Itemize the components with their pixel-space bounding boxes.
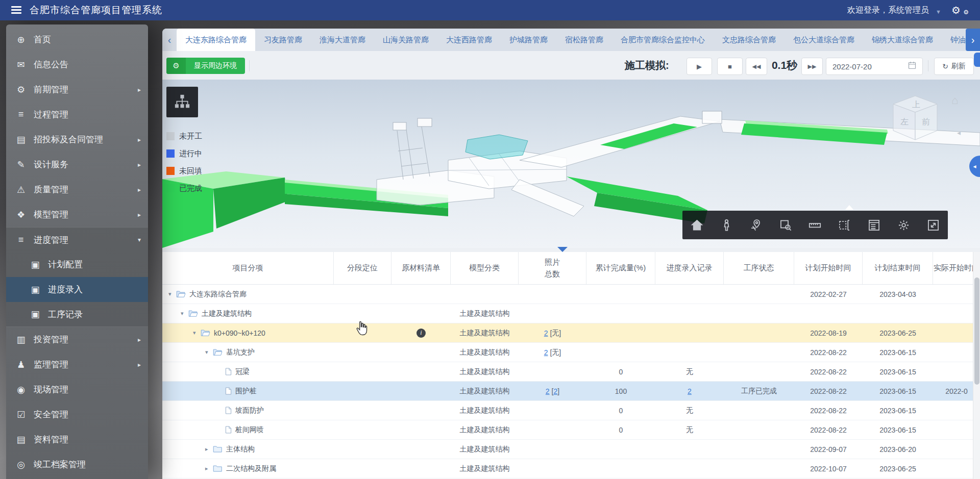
table-row--[interactable]: ▸主体结构土建及建筑结构2022-09-072023-06-20 xyxy=(162,440,980,459)
measure-ruler-icon[interactable] xyxy=(806,216,824,234)
sidebar-item--[interactable]: ✉信息公告 xyxy=(6,52,148,77)
tree-collapse-icon[interactable]: ▾ xyxy=(181,310,188,317)
sidebar-item--[interactable]: ◉现场管理 xyxy=(6,377,148,402)
tab--[interactable]: 包公大道综合管廊 xyxy=(785,29,863,51)
sidebar-item-label: 计划配置 xyxy=(48,259,83,270)
sidebar-item--[interactable]: ⚙前期管理▸ xyxy=(6,77,148,102)
tab--[interactable]: 大连西路管廊 xyxy=(437,29,501,51)
table-row-k0-090-k0-120[interactable]: ▾k0+090~k0+120i土建及建筑结构2 [ 无 ]2022-08-192… xyxy=(162,323,980,343)
sidebar-item--[interactable]: ☑安全管理 xyxy=(6,402,148,427)
tab--[interactable]: 宿松路管廊 xyxy=(556,29,612,51)
sidebar-item--[interactable]: ◎竣工档案管理 xyxy=(6,452,148,477)
hamburger-menu-icon[interactable] xyxy=(11,6,21,14)
tab--[interactable]: 大连东路综合管廊 xyxy=(177,29,255,51)
table-row--[interactable]: 冠梁土建及建筑结构0无2022-08-222023-06-15 xyxy=(162,362,980,382)
tab-scroll-right-icon[interactable]: › xyxy=(966,29,980,51)
simulation-faster-button[interactable]: ▶▶ xyxy=(801,58,823,75)
right-edge-handle[interactable] xyxy=(974,53,980,67)
simulation-date-input[interactable]: 2022-07-20 xyxy=(826,58,923,75)
cell--: 冠梁 xyxy=(162,362,334,381)
item-name: 基坑支护 xyxy=(226,348,255,357)
sidebar-item--[interactable]: ❖模型管理▸ xyxy=(6,202,148,227)
sidebar-item--[interactable]: ▣计划配置 xyxy=(6,252,148,277)
folder-icon xyxy=(201,329,210,337)
folder-icon xyxy=(188,310,198,317)
person-icon[interactable] xyxy=(718,216,736,234)
photo-count-link[interactable]: 2 xyxy=(544,348,548,357)
tree-collapse-icon[interactable]: ▾ xyxy=(193,330,201,336)
simulation-stop-button[interactable]: ■ xyxy=(717,58,743,75)
table-row--[interactable]: 坡面防护土建及建筑结构0无2022-08-222023-06-15 xyxy=(162,401,980,420)
refresh-button[interactable]: ↻ 刷新 xyxy=(934,58,974,75)
list-panel-icon[interactable] xyxy=(865,216,883,234)
tree-collapse-icon[interactable]: ▾ xyxy=(205,349,213,356)
table-row--[interactable]: 围护桩土建及建筑结构2 [ 2 ]1002工序已完成2022-08-222023… xyxy=(162,382,980,401)
tab--[interactable]: 淮海大道管廊 xyxy=(311,29,374,51)
sidebar-item--[interactable]: ≡进度管理▾ xyxy=(6,227,148,252)
table-scrollbar-thumb[interactable] xyxy=(974,278,979,385)
navigation-cube[interactable]: 上 左 前 xyxy=(887,93,943,146)
sidebar-item--[interactable]: ▤资料管理 xyxy=(6,427,148,452)
tab-scroll-left-icon[interactable]: ‹ xyxy=(162,29,177,51)
simulation-slower-button[interactable]: ◀◀ xyxy=(746,58,767,75)
tree-collapse-icon[interactable]: ▾ xyxy=(168,291,176,297)
cube-rotate-left-icon[interactable]: ◂ xyxy=(957,129,961,137)
table-row--[interactable]: 桩间网喷土建及建筑结构0无2022-08-222023-06-15 xyxy=(162,420,980,440)
sidebar-item--[interactable]: ♟监理管理▸ xyxy=(6,352,148,377)
tree-expand-icon[interactable]: ▸ xyxy=(205,446,213,452)
settings-gears-icon[interactable]: ⚙⚙ xyxy=(951,4,967,17)
quality-flag-icon: ⚠ xyxy=(15,184,27,195)
sidebar-item--[interactable]: ✎设计服务▸ xyxy=(6,152,148,177)
environment-gear-icon: ⚙ xyxy=(166,58,186,74)
panel-splitter[interactable] xyxy=(162,248,980,252)
camera-home-icon[interactable]: ⌂ xyxy=(951,94,958,107)
simulation-play-button[interactable]: ▶ xyxy=(687,58,712,75)
info-icon[interactable]: i xyxy=(416,329,426,338)
tab--[interactable]: 山海关路管廊 xyxy=(374,29,437,51)
home-icon[interactable] xyxy=(689,216,706,234)
bim-3d-viewport[interactable]: 未开工进行中未回填已完成 上 左 前 ⌂ ◂ xyxy=(162,80,980,248)
viewport-toolbar-collapse-icon[interactable] xyxy=(845,205,853,210)
locate-pin-icon[interactable] xyxy=(747,216,765,234)
sidebar-item--[interactable]: ▣进度录入 xyxy=(6,277,148,302)
tab--[interactable]: 锦绣大道综合管廊 xyxy=(863,29,942,51)
user-dropdown-caret-icon[interactable]: ▼ xyxy=(936,9,941,15)
model-tree-button[interactable] xyxy=(166,87,198,117)
photo-count-link[interactable]: 2 xyxy=(546,387,550,395)
chevron-right-icon: ▸ xyxy=(138,161,141,168)
sidebar-item--[interactable]: ≡过程管理 xyxy=(6,102,148,127)
tab--[interactable]: 文忠路综合管廊 xyxy=(714,29,785,51)
cell-- xyxy=(724,459,794,478)
tab--[interactable]: 习友路管廊 xyxy=(255,29,311,51)
design-pen-icon: ✎ xyxy=(15,159,27,170)
splitter-handle-icon[interactable] xyxy=(557,247,568,252)
section-box-icon[interactable] xyxy=(836,216,853,234)
table-scrollbar[interactable] xyxy=(973,252,980,479)
show-environment-button[interactable]: ⚙ 显示周边环境 xyxy=(166,58,245,74)
table-row--[interactable]: ▾基坑支护土建及建筑结构2 [ 无 ]2022-08-222023-06-15 xyxy=(162,343,980,362)
fullscreen-icon[interactable] xyxy=(924,216,942,234)
chevron-right-icon: ▸ xyxy=(138,361,141,368)
photo-count-link[interactable]: 2 xyxy=(544,329,548,337)
progress-table: 项目分项分段定位原材料清单模型分类照片总数累计完成量(%)进度录入记录工序状态计… xyxy=(162,252,980,479)
table-row--[interactable]: ▾大连东路综合管廊2022-02-272023-04-03 xyxy=(162,285,980,304)
photo-bracket-link[interactable]: 2 xyxy=(553,387,557,395)
sidebar-item--[interactable]: ▥投资管理▸ xyxy=(6,327,148,352)
tab--[interactable]: 护城路管廊 xyxy=(501,29,556,51)
tree-expand-icon[interactable]: ▸ xyxy=(205,465,213,472)
settings-gear-icon[interactable] xyxy=(895,216,912,234)
calendar-icon[interactable] xyxy=(908,61,916,71)
cell--: 2023-06-20 xyxy=(863,440,933,459)
cell-- xyxy=(724,420,794,439)
tab--[interactable]: 合肥市管廊综合监控中心 xyxy=(612,29,714,51)
welcome-user-label[interactable]: 欢迎登录，系统管理员 xyxy=(847,0,929,20)
sidebar-item--[interactable]: ⚠质量管理▸ xyxy=(6,177,148,202)
sidebar-item-label: 信息公告 xyxy=(34,59,68,70)
sidebar-item--[interactable]: ▣工序记录 xyxy=(6,302,148,327)
zoom-window-icon[interactable] xyxy=(777,216,794,234)
table-row--[interactable]: ▾土建及建筑结构土建及建筑结构 xyxy=(162,304,980,323)
table-row--[interactable]: ▸二次结构及附属土建及建筑结构2022-10-072023-06-25 xyxy=(162,459,980,478)
record-count-link[interactable]: 2 xyxy=(688,387,692,395)
sidebar-item--[interactable]: ▤招投标及合同管理▸ xyxy=(6,127,148,152)
sidebar-item--[interactable]: ⊕首页 xyxy=(6,27,148,52)
